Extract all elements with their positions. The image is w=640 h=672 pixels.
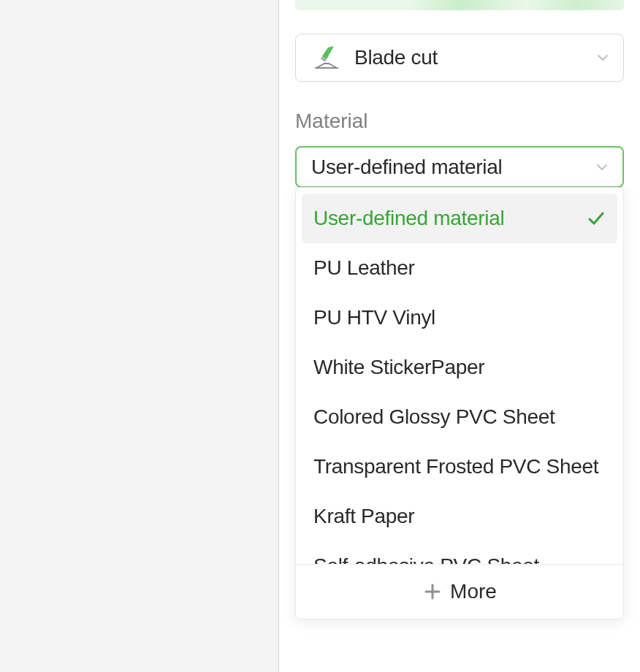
chevron-down-icon — [595, 160, 609, 175]
material-section-label: Material — [295, 110, 624, 133]
material-option-label: White StickerPaper — [313, 356, 606, 379]
material-option-label: Transparent Frosted PVC Sheet — [313, 455, 606, 478]
material-dropdown: User-defined material PU Leather PU HTV … — [295, 187, 624, 619]
material-dropdown-list[interactable]: User-defined material PU Leather PU HTV … — [296, 188, 623, 564]
material-option-user-defined[interactable]: User-defined material — [302, 194, 617, 243]
cutting-method-select[interactable]: Blade cut — [295, 34, 624, 82]
material-option-label: Colored Glossy PVC Sheet — [313, 405, 606, 429]
material-option-colored-glossy-pvc[interactable]: Colored Glossy PVC Sheet — [302, 392, 617, 442]
material-option-pu-leather[interactable]: PU Leather — [302, 243, 617, 293]
material-option-white-stickerpaper[interactable]: White StickerPaper — [302, 343, 617, 392]
more-button-label: More — [450, 580, 497, 603]
canvas-area — [0, 0, 279, 672]
blade-icon — [312, 43, 341, 72]
material-option-label: PU HTV Vinyl — [313, 306, 606, 329]
chevron-down-icon — [595, 50, 610, 65]
material-option-transparent-frosted-pvc[interactable]: Transparent Frosted PVC Sheet — [302, 442, 617, 492]
material-selected-value: User-defined material — [311, 156, 595, 179]
plus-icon — [422, 581, 443, 602]
banner-strip — [295, 0, 624, 10]
material-option-self-adhesive-pvc[interactable]: Self-adhesive PVC Sheet — [302, 541, 617, 564]
material-more-button[interactable]: More — [296, 564, 623, 619]
material-option-label: Kraft Paper — [313, 505, 606, 528]
check-icon — [587, 209, 606, 228]
settings-panel: Blade cut Material User-defined material… — [279, 0, 640, 672]
material-select[interactable]: User-defined material — [295, 146, 624, 188]
material-option-kraft-paper[interactable]: Kraft Paper — [302, 492, 617, 541]
material-option-pu-htv-vinyl[interactable]: PU HTV Vinyl — [302, 293, 617, 343]
material-option-label: Self-adhesive PVC Sheet — [313, 554, 606, 564]
material-option-label: User-defined material — [313, 207, 579, 230]
cutting-method-label: Blade cut — [354, 46, 595, 69]
material-option-label: PU Leather — [313, 256, 606, 280]
